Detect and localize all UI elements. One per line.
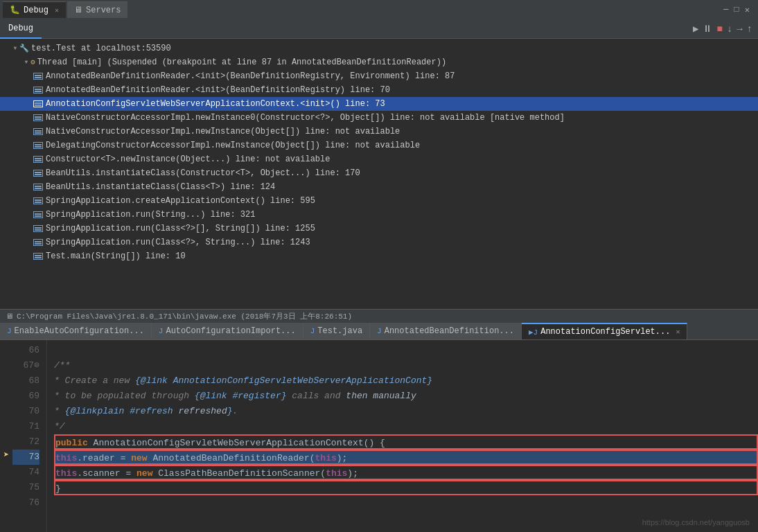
stack-frame-label: SpringApplication.createApplicationConte… xyxy=(46,195,315,207)
process-icon: 🔧 xyxy=(19,42,29,55)
process-row[interactable]: ▼ 🔧 test.Test at localhost:53590 xyxy=(0,42,758,55)
gutter-67 xyxy=(0,355,12,371)
stack-frame-icon xyxy=(33,100,43,107)
debug-header: Debug ▶ ⏸ ■ ↓ → ↑ xyxy=(0,19,758,39)
line-num-67: 67⊜ xyxy=(12,358,39,373)
stack-frame-icon xyxy=(33,239,43,246)
debug-tab-close[interactable]: ✕ xyxy=(55,6,59,15)
gutter-76 xyxy=(0,493,12,508)
debug-panel-tab-label: Debug xyxy=(8,24,33,33)
table-row[interactable]: NativeConstructorAccessorImpl.newInstanc… xyxy=(0,125,758,139)
debug-header-icons: ▶ ⏸ ■ ↓ → ↑ xyxy=(693,23,758,35)
watermark-text: https://blog.csdn.net/yangguosb xyxy=(642,518,750,526)
close-icon[interactable]: ✕ xyxy=(745,5,750,15)
code-line-71: */ xyxy=(54,419,758,434)
gutter-74 xyxy=(0,462,12,477)
table-row[interactable]: DelegatingConstructorAccessorImpl.newIns… xyxy=(0,139,758,152)
expand-process-icon[interactable]: ▼ xyxy=(11,44,19,53)
debug-panel: Debug ▶ ⏸ ■ ↓ → ↑ ▼ 🔧 test.Test at local… xyxy=(0,19,758,321)
line-num-70: 70 xyxy=(12,404,39,419)
tab-annotation-config-servlet[interactable]: ▶J AnnotationConfigServlet... ✕ xyxy=(522,323,688,339)
step-over-icon[interactable]: → xyxy=(737,24,742,35)
stack-frame-label: SpringApplication.run(String...) line: 3… xyxy=(46,209,255,221)
code-line-67: /** xyxy=(54,358,758,373)
line-num-76: 76 xyxy=(12,495,39,511)
code-line-72: public AnnotationConfigServletWebServerA… xyxy=(54,434,758,450)
resume-icon[interactable]: ▶ xyxy=(693,23,698,35)
table-row[interactable]: NativeConstructorAccessorImpl.newInstanc… xyxy=(0,111,758,125)
code-line-74: this.scanner = new ClassPathBeanDefiniti… xyxy=(54,465,758,480)
tab-label: AnnotationConfigServlet... xyxy=(540,327,670,337)
debug-tab-label: Debug xyxy=(24,6,49,15)
java-file-icon: J xyxy=(7,327,12,335)
maximize-icon[interactable]: □ xyxy=(734,5,739,15)
tab-debug[interactable]: 🐛 Debug ✕ xyxy=(3,1,66,18)
table-row[interactable]: SpringApplication.run(Class<?>, String..… xyxy=(0,236,758,249)
code-content: /** * Create a new {@link AnnotationConf… xyxy=(47,340,758,532)
thread-tree[interactable]: ▼ 🔧 test.Test at localhost:53590 ▼ ⚙ Thr… xyxy=(0,39,758,309)
table-row[interactable]: AnnotatedBeanDefinitionReader.<init>(Bea… xyxy=(0,69,758,83)
stack-frame-icon xyxy=(33,142,43,149)
status-text: C:\Program Files\Java\jre1.8.0_171\bin\j… xyxy=(17,311,352,321)
table-row[interactable]: BeanUtils.instantiateClass(Constructor<T… xyxy=(0,166,758,180)
tab-label: EnableAutoConfiguration... xyxy=(15,326,144,336)
gutter-69 xyxy=(0,386,12,401)
stack-frame-label: BeanUtils.instantiateClass(Constructor<T… xyxy=(46,167,360,179)
java-file-icon: J xyxy=(159,327,164,335)
java-file-icon: J xyxy=(377,327,382,335)
line-num-69: 69 xyxy=(12,389,39,404)
servers-tab-label: Servers xyxy=(86,6,121,15)
tab-label: AutoConfigurationImport... xyxy=(166,326,295,336)
code-line-66 xyxy=(54,343,758,358)
stack-frame-icon xyxy=(33,184,43,190)
debug-panel-tab[interactable]: Debug xyxy=(0,19,42,39)
table-row[interactable]: AnnotationConfigServletWebServerApplicat… xyxy=(0,97,758,111)
code-line-68: * Create a new {@link AnnotationConfigSe… xyxy=(54,373,758,389)
table-row[interactable]: BeanUtils.instantiateClass(Class<T>) lin… xyxy=(0,180,758,194)
code-line-76 xyxy=(54,495,758,511)
current-line-arrow: ➤ xyxy=(3,449,9,461)
thread-label: Thread [main] (Suspended (breakpoint at … xyxy=(37,56,447,69)
table-row[interactable]: SpringApplication.run(Class<?>[], String… xyxy=(0,222,758,236)
line-num-75: 75 xyxy=(12,480,39,495)
step-return-icon[interactable]: ↑ xyxy=(747,24,752,35)
main-layout: 🐛 Debug ✕ 🖥 Servers — □ ✕ Debug ▶ ⏸ ■ ↓ … xyxy=(0,0,758,532)
tab-label: AnnotatedBeanDefinition... xyxy=(385,326,514,336)
table-row[interactable]: Constructor<T>.newInstance(Object...) li… xyxy=(0,152,758,166)
line-num-66: 66 xyxy=(12,343,39,358)
comment-line-70: * {@linkplain #refresh refreshed}. xyxy=(54,406,238,416)
tab-servers[interactable]: 🖥 Servers xyxy=(67,1,127,18)
expand-thread-icon[interactable]: ▼ xyxy=(22,58,30,66)
stack-frame-icon xyxy=(33,170,43,177)
suspend-icon[interactable]: ⏸ xyxy=(703,24,712,35)
stop-icon[interactable]: ■ xyxy=(716,24,722,35)
table-row[interactable]: Test.main(String[]) line: 10 xyxy=(0,249,758,263)
code-editor: ➤ 66 67⊜ 68 69 70 71 72 73 74 75 76 xyxy=(0,340,758,532)
step-into-icon[interactable]: ↓ xyxy=(727,24,732,35)
gutter-68 xyxy=(0,371,12,386)
gutter-75 xyxy=(0,477,12,493)
tab-enable-auto-config[interactable]: J EnableAutoConfiguration... xyxy=(0,323,152,339)
stack-frame-label: NativeConstructorAccessorImpl.newInstanc… xyxy=(46,112,565,124)
comment-end: */ xyxy=(54,421,65,432)
process-label: test.Test at localhost:53590 xyxy=(31,42,171,55)
stack-frame-icon xyxy=(33,253,43,260)
tab-close-icon[interactable]: ✕ xyxy=(676,328,680,336)
thread-row[interactable]: ▼ ⚙ Thread [main] (Suspended (breakpoint… xyxy=(0,55,758,69)
tab-annotated-bean-def[interactable]: J AnnotatedBeanDefinition... xyxy=(370,323,522,339)
stack-frame-label: Test.main(String[]) line: 10 xyxy=(46,250,186,263)
line-num-73: 73 xyxy=(12,450,39,465)
server-icon: 🖥 xyxy=(74,5,82,15)
table-row[interactable]: SpringApplication.run(String...) line: 3… xyxy=(0,208,758,222)
gutter-66 xyxy=(0,340,12,355)
line-num-72: 72 xyxy=(12,434,39,450)
line-numbers: 66 67⊜ 68 69 70 71 72 73 74 75 76 xyxy=(12,340,47,532)
editor-tabs: J EnableAutoConfiguration... J AutoConfi… xyxy=(0,321,758,340)
minimize-icon[interactable]: — xyxy=(723,5,728,15)
table-row[interactable]: SpringApplication.createApplicationConte… xyxy=(0,194,758,208)
java-file-icon: ▶J xyxy=(529,328,538,337)
stack-frame-icon xyxy=(33,128,43,135)
tab-auto-config-import[interactable]: J AutoConfigurationImport... xyxy=(152,323,303,339)
tab-test-java[interactable]: J Test.java xyxy=(303,323,370,339)
table-row[interactable]: AnnotatedBeanDefinitionReader.<init>(Bea… xyxy=(0,83,758,97)
